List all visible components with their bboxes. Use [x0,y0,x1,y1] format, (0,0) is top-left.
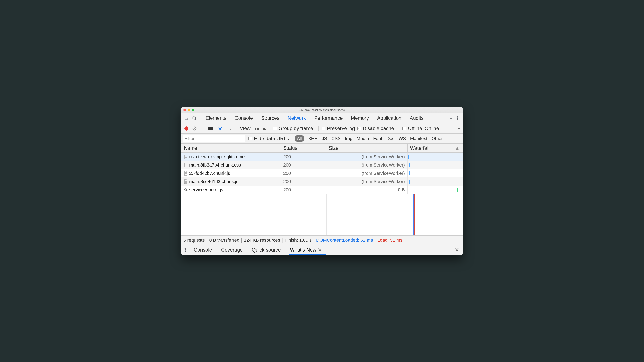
svg-rect-16 [264,129,266,130]
col-size[interactable]: Size [326,144,408,153]
cell-status: 200 [281,153,326,161]
cell-name: main.8fb3a7b4.chunk.css [182,161,281,169]
gear-icon [184,188,188,192]
svg-rect-10 [255,128,256,129]
filter-icon[interactable] [218,126,222,131]
preserve-log-checkbox[interactable] [322,127,325,130]
inspect-element-icon[interactable] [183,116,190,120]
drawer-tab-coverage[interactable]: Coverage [221,245,243,255]
tab-application[interactable]: Application [377,113,401,123]
hide-data-urls-checkbox[interactable] [248,137,252,141]
device-toolbar-icon[interactable] [190,116,198,121]
svg-rect-5 [208,127,212,130]
col-waterfall-label: Waterfall [410,145,430,151]
table-row[interactable]: 2.7fdd42b7.chunk.js200(from ServiceWorke… [182,169,462,178]
filter-type-js[interactable]: JS [322,136,327,141]
status-transferred: 0 B transferred [209,237,240,243]
cell-name: 2.7fdd42b7.chunk.js [182,169,281,178]
offline-checkbox[interactable] [402,127,406,130]
cell-waterfall [408,186,462,194]
status-load: Load: 51 ms [378,237,402,243]
hide-data-urls-label: Hide data URLs [254,136,289,142]
drawer-tab-console[interactable]: Console [194,245,212,255]
tab-elements[interactable]: Elements [206,113,226,123]
large-rows-icon[interactable] [255,126,259,131]
tab-memory[interactable]: Memory [351,113,369,123]
filter-type-doc[interactable]: Doc [386,136,394,141]
filter-type-manifest[interactable]: Manifest [410,136,427,141]
main-tabs: ElementsConsoleSourcesNetworkPerformance… [182,113,462,123]
svg-rect-14 [262,127,264,127]
filter-type-other[interactable]: Other [432,136,443,141]
filter-type-img[interactable]: Img [345,136,352,141]
filter-type-xhr[interactable]: XHR [308,136,318,141]
close-tab-icon[interactable]: ✕ [318,247,322,253]
separator [237,126,237,131]
svg-rect-13 [256,130,259,130]
minimize-window-button[interactable] [188,109,190,111]
throttling-caret-icon[interactable] [458,127,460,130]
close-window-button[interactable] [184,109,186,111]
waterfall-view-icon[interactable] [262,126,266,131]
search-icon[interactable] [227,126,231,131]
document-icon [184,179,188,184]
svg-rect-8 [255,127,256,127]
separator [202,126,203,131]
cell-waterfall [408,161,462,169]
separator [399,126,400,131]
tab-performance[interactable]: Performance [314,113,342,123]
drawer-close-icon[interactable]: ✕ [454,246,460,253]
table-row[interactable]: main.3cd46163.chunk.js200(from ServiceWo… [182,178,462,186]
table-row[interactable]: react-sw-example.glitch.me200(from Servi… [182,153,462,161]
throttling-select[interactable]: Online [424,126,439,131]
drawer-tab-what-s-new[interactable]: What's New✕ [290,245,322,255]
titlebar: DevTools - react-sw-example.glitch.me/ [182,107,462,113]
cell-status: 200 [281,169,326,178]
cell-name: react-sw-example.glitch.me [182,153,281,161]
filter-type-media[interactable]: Media [356,136,369,141]
settings-menu-icon[interactable]: ••• [454,116,461,120]
separator [318,126,319,131]
filter-input[interactable] [183,135,245,142]
cell-status: 200 [281,161,326,169]
group-by-frame-checkbox[interactable] [273,127,277,130]
tab-audits[interactable]: Audits [410,113,424,123]
devtools-window: DevTools - react-sw-example.glitch.me/ E… [181,107,463,255]
filter-type-font[interactable]: Font [373,136,382,141]
status-bar: 5 requests| 0 B transferred| 124 KB reso… [182,235,462,244]
col-waterfall[interactable]: Waterfall ▲ [408,144,462,153]
screenshot-icon[interactable] [208,127,213,130]
overflow-tabs-icon[interactable]: » [447,115,454,121]
col-status[interactable]: Status [281,144,326,153]
disable-cache-checkbox[interactable] [358,127,361,130]
drawer: ••• ConsoleCoverageQuick sourceWhat's Ne… [182,244,462,255]
cell-waterfall [408,169,462,178]
clear-button[interactable] [192,126,197,131]
cell-status: 200 [281,186,326,194]
document-icon [184,155,188,159]
tab-console[interactable]: Console [234,113,253,123]
filter-type-css[interactable]: CSS [331,136,341,141]
table-row[interactable]: service-worker.js2000 B [182,186,462,194]
tab-network[interactable]: Network [288,113,306,123]
cell-status: 200 [281,178,326,186]
col-name[interactable]: Name [182,144,281,153]
svg-line-4 [193,127,196,130]
status-finish: Finish: 1.65 s [284,237,312,243]
cell-waterfall [408,153,462,161]
network-toolbar: View: Group by frame Preserve log Disabl… [182,123,462,134]
offline-label: Offline [408,126,422,131]
window-controls [182,109,194,111]
cell-size: (from ServiceWorker) [326,153,408,161]
record-button[interactable] [184,126,188,131]
svg-rect-2 [194,117,196,120]
tab-sources[interactable]: Sources [261,113,279,123]
cell-size: (from ServiceWorker) [326,178,408,186]
cell-name: service-worker.js [182,186,281,194]
drawer-tab-quick-source[interactable]: Quick source [252,245,281,255]
table-row[interactable]: main.8fb3a7b4.chunk.css200(from ServiceW… [182,161,462,169]
zoom-window-button[interactable] [192,109,194,111]
filter-type-all[interactable]: All [295,136,304,142]
filter-type-ws[interactable]: WS [398,136,406,141]
drawer-menu-icon[interactable]: ••• [184,248,189,252]
